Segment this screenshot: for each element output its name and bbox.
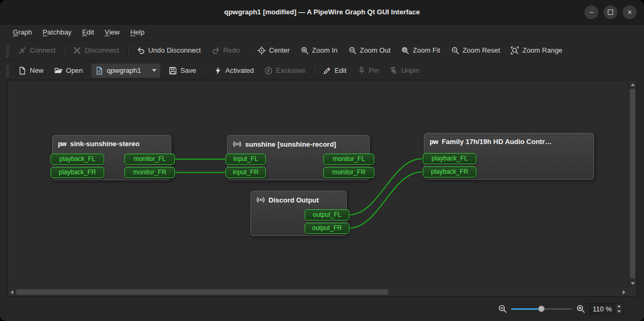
redo-icon [212, 46, 220, 55]
menu-label: elp [135, 28, 144, 36]
menu-patchbay[interactable]: Patchbay [37, 24, 77, 40]
menubar: Graph Patchbay Edit View Help [0, 24, 644, 40]
button-label: Disconnect [85, 46, 119, 54]
close-icon: × [628, 9, 632, 16]
pin-button[interactable]: Pin [353, 63, 384, 78]
connect-button[interactable]: Connect [13, 43, 60, 58]
menu-edit[interactable]: Edit [77, 24, 99, 40]
redo-button[interactable]: Redo [207, 43, 245, 58]
minimize-button[interactable]: − [584, 5, 598, 19]
toolbar-drag-handle[interactable] [5, 64, 9, 77]
zoom-out-icon [498, 304, 507, 314]
patchbay-file-combo[interactable]: qpwgraph1 [91, 63, 161, 78]
button-label: Zoom In [312, 46, 338, 54]
center-button[interactable]: Center [253, 43, 295, 58]
port-input-fl[interactable]: input_FL [225, 154, 266, 165]
zoom-range-button[interactable]: Zoom Range [506, 43, 567, 58]
graph-canvas-frame: pw sink-sunshine-stereo sunshine [sunshi… [7, 80, 637, 297]
port-input-playback-fl[interactable]: playback_FL [51, 154, 104, 165]
button-label: Undo Disconnect [148, 46, 201, 54]
menu-label: P [43, 28, 47, 36]
port-output-monitor-fl[interactable]: monitor_FL [124, 154, 175, 165]
activated-button[interactable]: Activated [209, 63, 258, 78]
port-input-playback-fr[interactable]: playback_FR [423, 166, 476, 178]
scroll-up-button[interactable] [629, 80, 637, 89]
horizontal-scrollbar[interactable] [7, 288, 628, 296]
button-label: Zoom Fit [413, 46, 440, 54]
port-output-fr[interactable]: output_FR [305, 223, 349, 234]
arrow-right-icon [623, 290, 625, 294]
horizontal-scroll-thumb[interactable] [16, 289, 388, 295]
slider-handle[interactable] [538, 306, 545, 312]
menu-label: atchbay [47, 28, 72, 36]
open-button[interactable]: Open [49, 63, 88, 78]
button-label: Open [66, 66, 83, 74]
port-output-monitor-fr[interactable]: monitor_FR [124, 167, 175, 178]
arrow-down-icon [631, 282, 635, 285]
zoom-in-button[interactable]: Zoom In [296, 43, 342, 58]
menu-help[interactable]: Help [125, 24, 150, 40]
slider-fill [511, 308, 541, 310]
connection-layer [7, 80, 628, 288]
save-icon [169, 66, 177, 75]
zoom-in-icon [576, 304, 586, 314]
toolbar-separator [314, 65, 314, 77]
button-label: Zoom Reset [463, 46, 500, 54]
button-label: Exclusive [276, 66, 305, 74]
zoom-controls: 110 % [498, 297, 623, 321]
arrow-left-icon [11, 290, 13, 294]
unpin-button[interactable]: Unpin [384, 63, 424, 78]
node-title: Family 17h/19h HD Audio Contr… [442, 138, 552, 146]
scroll-left-button[interactable] [7, 288, 16, 297]
port-output-monitor-fr[interactable]: monitor_FR [323, 167, 374, 178]
button-label: Redo [223, 46, 240, 54]
edit-button[interactable]: Edit [318, 63, 351, 78]
zoom-out-button[interactable]: Zoom Out [344, 43, 396, 58]
pin-icon [357, 66, 366, 75]
zoom-reset-button[interactable]: Zoom Reset [446, 43, 505, 58]
unpin-icon [389, 66, 398, 75]
port-input-fr[interactable]: input_FR [225, 167, 266, 178]
port-input-playback-fl[interactable]: playback_FL [423, 153, 476, 164]
save-button[interactable]: Save [164, 63, 201, 78]
port-input-playback-fr[interactable]: playback_FR [51, 167, 104, 178]
vertical-scroll-thumb[interactable] [630, 89, 635, 278]
scroll-down-button[interactable] [629, 279, 637, 288]
undo-disconnect-button[interactable]: Undo Disconnect [132, 43, 206, 58]
menu-label: E [82, 28, 87, 36]
menu-label: iew [109, 28, 120, 36]
open-folder-icon [54, 66, 63, 75]
port-output-fl[interactable]: output_FL [305, 209, 349, 221]
menu-view[interactable]: View [99, 24, 125, 40]
node-header: pw Family 17h/19h HD Audio Contr… [424, 133, 593, 146]
port-output-monitor-fl[interactable]: monitor_FL [323, 154, 374, 165]
zoom-value: 110 % [590, 303, 615, 314]
maximize-button[interactable] [604, 5, 617, 19]
spin-up-button[interactable] [615, 303, 623, 309]
new-button[interactable]: New [13, 63, 48, 78]
zoom-fit-icon [401, 46, 409, 55]
spin-down-button[interactable] [615, 309, 623, 314]
patchbay-file-icon [95, 66, 104, 75]
toolbar-drag-handle[interactable] [5, 44, 9, 57]
menu-graph[interactable]: Graph [7, 24, 37, 40]
zoom-out-icon [348, 46, 357, 55]
button-label: Unpin [401, 66, 419, 74]
zoom-fit-button[interactable]: Zoom Fit [396, 43, 445, 58]
toolbar-separator [205, 65, 205, 77]
vertical-scrollbar[interactable] [628, 80, 637, 288]
stream-icon [256, 196, 265, 204]
disconnect-button[interactable]: Disconnect [68, 43, 123, 58]
toolbar-separator [64, 45, 64, 56]
scroll-right-button[interactable] [620, 288, 628, 297]
exclusive-button[interactable]: Exclusive [260, 63, 310, 78]
node-title: Discord Output [269, 196, 319, 204]
zoom-slider[interactable] [511, 305, 572, 312]
menu-label: raph [18, 28, 32, 36]
graph-canvas[interactable]: pw sink-sunshine-stereo sunshine [sunshi… [7, 80, 628, 288]
connection-wire[interactable] [349, 172, 422, 229]
zoom-spinbox[interactable]: 110 % [589, 303, 623, 315]
close-button[interactable]: × [623, 5, 637, 19]
stream-icon [233, 140, 241, 148]
button-label: Pin [369, 66, 379, 74]
